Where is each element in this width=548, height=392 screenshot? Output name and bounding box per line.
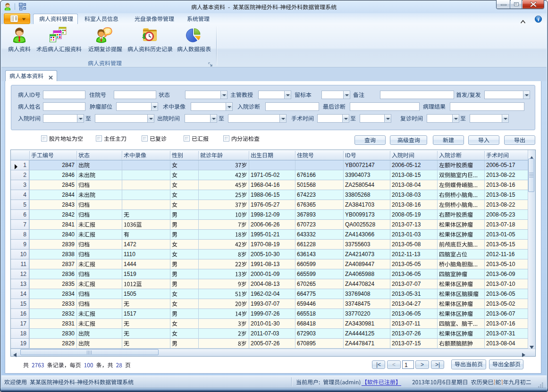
svg-text:i: i: [538, 17, 539, 22]
